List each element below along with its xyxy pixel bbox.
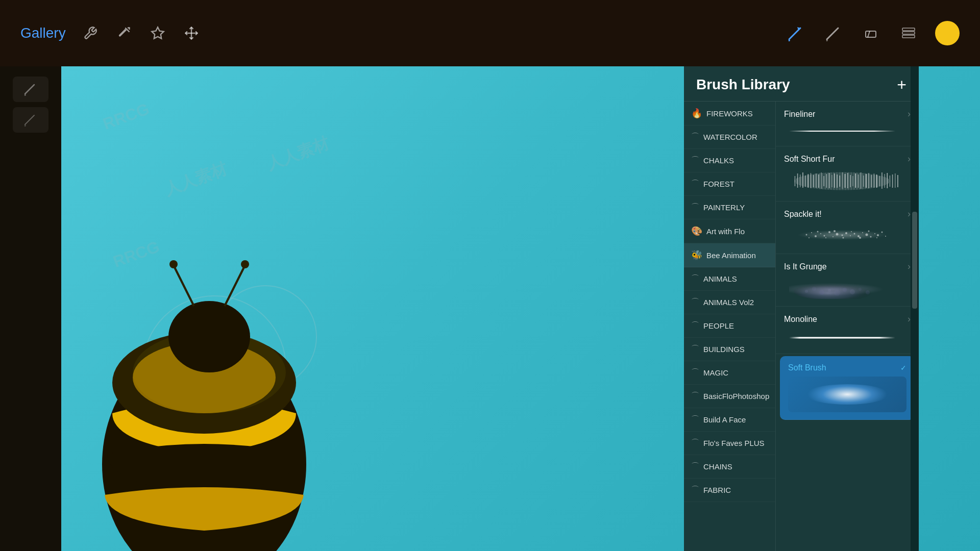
color-picker-button[interactable] [935,21,960,45]
category-item-chains[interactable]: ⌒ CHAINS [684,455,775,479]
category-item-forest[interactable]: ⌒ FOREST [684,172,775,196]
brush-tool-button[interactable] [784,22,806,44]
svg-point-86 [851,231,852,232]
brush-item-softshortfur-header: Soft Short Fur › [784,154,911,164]
svg-rect-41 [850,175,851,187]
svg-rect-38 [842,172,843,189]
brush-icon-chains: ⌒ [691,461,699,472]
brush-item-monoline[interactable]: Monoline › [776,307,919,354]
svg-point-78 [877,234,879,236]
svg-point-81 [808,237,810,238]
svg-point-62 [811,232,812,233]
svg-point-67 [832,236,834,237]
category-item-buildaface[interactable]: ⌒ Build A Face [684,408,775,432]
svg-point-15 [168,301,250,372]
category-item-fabric[interactable]: ⌒ FABRIC [684,479,775,502]
erase-tool-button[interactable] [860,22,882,44]
svg-point-92 [812,287,816,291]
svg-point-94 [828,289,831,292]
brush-item-softbrush[interactable]: Soft Brush ✓ [780,356,915,420]
category-label-chalks: CHALKS [703,156,734,165]
svg-rect-30 [821,172,822,189]
category-item-magic[interactable]: ⌒ MAGIC [684,361,775,385]
svg-point-72 [854,233,855,235]
svg-point-71 [850,235,851,236]
add-brush-button[interactable]: + [897,77,906,93]
svg-rect-6 [902,35,915,38]
wrench-icon[interactable] [81,24,100,42]
brush-item-softshortfur[interactable]: Soft Short Fur › [776,146,919,202]
svg-point-17 [169,260,178,268]
category-item-animals2[interactable]: ⌒ ANIMALS Vol2 [684,291,775,314]
svg-rect-56 [890,176,891,187]
transform-icon[interactable] [182,24,201,42]
brush-item-isitgrunge[interactable]: Is It Grunge › [776,254,919,307]
svg-point-73 [857,235,860,237]
svg-point-64 [820,233,821,234]
adjust-icon[interactable] [149,24,167,42]
svg-rect-7 [902,32,915,34]
category-item-watercolor[interactable]: ⌒ WATERCOLOR [684,126,775,149]
svg-rect-24 [805,176,806,187]
brush-stroke-spackle [784,223,911,246]
svg-rect-29 [818,174,819,188]
svg-rect-34 [831,175,832,187]
svg-point-98 [859,288,862,291]
svg-rect-46 [863,176,864,187]
svg-rect-27 [813,175,814,187]
artwithflo-emoji: 🎨 [691,226,702,237]
rail-tool-1[interactable] [13,77,48,102]
category-list: 🔥 FIREWORKS ⌒ WATERCOLOR ⌒ CHALKS ⌒ FORE… [684,102,776,551]
rail-tool-2[interactable] [13,107,48,133]
category-item-beeanimation[interactable]: 🐝 Bee Animation [684,243,775,267]
gallery-button[interactable]: Gallery [20,25,66,41]
watermark-4: 人人素材 [263,132,332,176]
category-item-buildings[interactable]: ⌒ BUILDINGS [684,338,775,361]
checkmark-icon-softbrush: ✓ [900,364,906,372]
svg-rect-26 [811,173,812,188]
svg-rect-39 [845,174,846,188]
svg-rect-36 [837,174,838,188]
category-item-artwithflo[interactable]: 🎨 Art with Flo [684,219,775,243]
svg-rect-32 [826,174,827,188]
category-label-forest: FOREST [703,180,734,188]
brush-icon-people: ⌒ [691,320,699,331]
brush-library-panel: Brush Library + 🔥 FIREWORKS ⌒ WATERCOLOR… [684,66,919,551]
brush-library-title: Brush Library [696,77,790,93]
svg-rect-54 [884,174,885,188]
brush-name-isitgrunge: Is It Grunge [784,262,827,271]
category-label-magic: MAGIC [703,368,728,377]
brush-stroke-grunge [784,276,911,299]
svg-rect-51 [876,174,877,188]
svg-point-84 [834,230,836,232]
layers-button[interactable] [897,22,920,44]
brush-name-spackle: Spackle it! [784,210,822,219]
scroll-thumb [912,212,917,309]
svg-point-61 [806,234,807,236]
brush-icon-fabric: ⌒ [691,485,699,495]
sidebar-scrollbar[interactable] [911,66,919,551]
svg-point-70 [845,232,847,234]
brush-name-fineliner: Fineliner [784,110,815,119]
svg-rect-55 [887,173,888,188]
category-item-painterly[interactable]: ⌒ PAINTERLY [684,196,775,219]
brush-item-spackle[interactable]: Spackle it! › [776,202,919,254]
magic-wand-icon[interactable] [115,24,133,42]
category-item-fireworks[interactable]: 🔥 FIREWORKS [684,102,775,126]
svg-line-5 [868,31,870,37]
category-label-chains: CHAINS [703,462,732,471]
category-item-chalks[interactable]: ⌒ CHALKS [684,149,775,172]
svg-point-82 [817,231,819,233]
smear-tool-button[interactable] [822,22,844,44]
svg-rect-57 [892,174,893,188]
svg-point-93 [819,290,824,295]
brush-item-fineliner[interactable]: Fineliner › [776,102,919,146]
svg-rect-23 [802,172,803,188]
brush-icon-forest: ⌒ [691,179,699,189]
category-item-flosfaves[interactable]: ⌒ Flo's Faves PLUS [684,432,775,455]
category-item-animals[interactable]: ⌒ ANIMALS [684,267,775,291]
svg-rect-49 [871,175,872,187]
svg-point-85 [843,237,844,239]
category-item-people[interactable]: ⌒ PEOPLE [684,314,775,338]
category-item-basicflo[interactable]: ⌒ BasicFloPhotoshop [684,385,775,408]
